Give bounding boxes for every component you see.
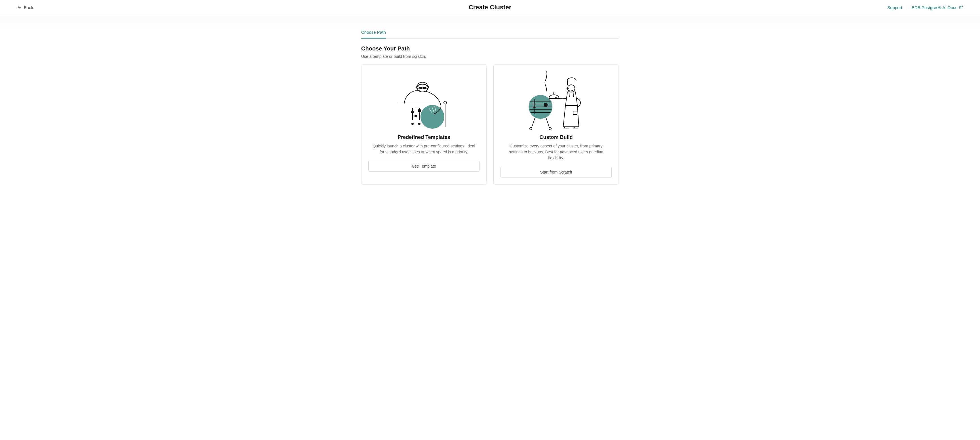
svg-point-17 (412, 123, 414, 125)
support-label: Support (887, 5, 902, 10)
svg-line-1 (961, 6, 963, 8)
page-title: Create Cluster (469, 4, 511, 11)
start-from-scratch-button[interactable]: Start from Scratch (501, 167, 612, 178)
back-button[interactable]: Back (17, 5, 33, 10)
card-predefined-templates: Predefined Templates Quickly launch a cl… (361, 64, 487, 184)
external-link-icon (959, 5, 963, 10)
svg-point-18 (418, 123, 420, 125)
illustration-templates (368, 71, 479, 131)
use-template-button[interactable]: Use Template (368, 161, 479, 172)
svg-rect-16 (418, 110, 420, 111)
back-label: Back (24, 5, 33, 10)
path-cards: Predefined Templates Quickly launch a cl… (361, 64, 619, 184)
docs-link[interactable]: EDB Postgres® AI Docs (912, 5, 963, 10)
svg-point-10 (444, 101, 447, 104)
illustration-custom (501, 71, 612, 131)
svg-point-28 (544, 103, 547, 107)
page-header: Back Create Cluster Support EDB Postgres… (0, 0, 980, 15)
docs-label: EDB Postgres® AI Docs (912, 5, 957, 10)
tab-choose-path[interactable]: Choose Path (361, 26, 386, 38)
card-title-templates: Predefined Templates (398, 134, 450, 140)
header-links: Support EDB Postgres® AI Docs (887, 5, 963, 10)
svg-rect-36 (573, 111, 577, 114)
section-subheading: Use a template or build from scratch. (361, 54, 619, 59)
svg-line-31 (546, 118, 550, 128)
svg-rect-15 (415, 115, 417, 117)
svg-rect-7 (423, 87, 426, 89)
tabs: Choose Path (361, 26, 619, 38)
content-area: Choose Path Choose Your Path Use a templ… (0, 15, 980, 438)
card-desc-templates: Quickly launch a cluster with pre-config… (368, 143, 479, 155)
section-heading: Choose Your Path (361, 45, 619, 52)
svg-point-33 (549, 127, 551, 130)
card-title-custom: Custom Build (540, 134, 573, 140)
support-link[interactable]: Support (887, 5, 902, 10)
card-desc-custom: Customize every aspect of your cluster, … (501, 143, 612, 161)
svg-rect-14 (411, 111, 414, 113)
svg-rect-6 (420, 87, 422, 89)
svg-line-34 (553, 92, 554, 94)
card-custom-build: Custom Build Customize every aspect of y… (493, 64, 619, 184)
svg-line-30 (531, 118, 535, 128)
svg-point-32 (530, 127, 532, 130)
arrow-left-icon (17, 5, 22, 10)
